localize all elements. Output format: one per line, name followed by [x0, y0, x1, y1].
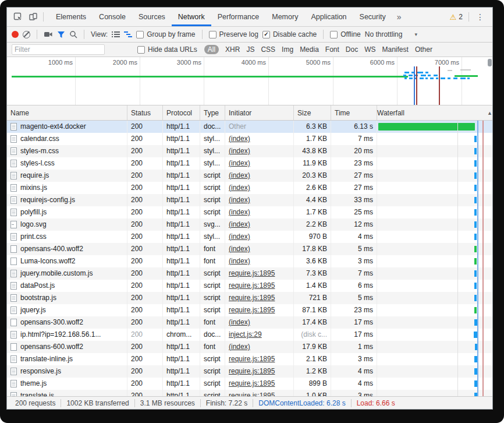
offline-checkbox[interactable]: Offline — [330, 30, 360, 38]
more-tabs-button[interactable]: » — [392, 12, 406, 22]
filter-type-all[interactable]: All — [204, 45, 219, 54]
table-row[interactable]: opensans-600.woff2200http/1.1font(index)… — [7, 341, 492, 353]
initiator-link[interactable]: (index) — [229, 257, 250, 265]
list-view-icon[interactable] — [112, 31, 120, 38]
initiator-link[interactable]: (index) — [229, 196, 250, 204]
filter-type-font[interactable]: Font — [325, 45, 339, 54]
column-header-protocol[interactable]: Protocol — [163, 105, 200, 120]
tab-memory[interactable]: Memory — [265, 8, 304, 26]
waterfall-bar — [474, 172, 477, 179]
initiator-link[interactable]: require.js:1895 — [229, 355, 275, 363]
table-row[interactable]: styles-m.css200http/1.1styl...(index)43.… — [7, 145, 492, 157]
initiator-link[interactable]: require.js:1895 — [229, 294, 275, 302]
table-row[interactable]: logo.svg200http/1.1svg...(index)2.2 KB12… — [7, 218, 492, 231]
table-row[interactable]: print.css200http/1.1styl...(index)970 B4… — [7, 231, 492, 243]
initiator-link[interactable]: require.js:1895 — [229, 306, 275, 314]
summary-item[interactable]: Load: 6.66 s — [351, 399, 400, 407]
tab-sources[interactable]: Sources — [132, 8, 172, 26]
initiator-link[interactable]: require.js:1895 — [229, 281, 275, 290]
column-header-time[interactable]: Time — [331, 105, 377, 120]
initiator-link[interactable]: (index) — [229, 171, 250, 179]
checkbox — [136, 31, 144, 38]
device-toolbar-icon[interactable] — [26, 10, 41, 24]
tab-application[interactable]: Application — [304, 8, 353, 26]
tab-performance[interactable]: Performance — [211, 8, 266, 26]
disable-cache-checkbox[interactable]: Disable cache — [262, 30, 317, 38]
tab-security[interactable]: Security — [353, 8, 392, 26]
table-row[interactable]: polyfill.js200http/1.1script(index)1.7 K… — [7, 206, 492, 218]
filter-type-img[interactable]: Img — [282, 45, 293, 54]
filter-type-doc[interactable]: Doc — [346, 45, 358, 54]
filter-input[interactable] — [12, 44, 105, 55]
initiator-link[interactable]: inject.js:29 — [229, 330, 262, 339]
column-header-name[interactable]: Name — [7, 105, 127, 120]
table-row[interactable]: opensans-300.woff2200http/1.1font(index)… — [7, 316, 492, 329]
capture-screenshots-icon[interactable] — [44, 31, 53, 38]
warnings-badge[interactable]: ⚠ 2 — [446, 13, 466, 22]
initiator-link[interactable]: (index) — [229, 232, 250, 241]
filter-type-css[interactable]: CSS — [261, 45, 275, 54]
initiator-link[interactable]: (index) — [229, 208, 250, 216]
cell-name: dataPost.js — [7, 280, 127, 292]
filter-type-xhr[interactable]: XHR — [225, 45, 240, 54]
initiator-link[interactable]: (index) — [229, 220, 250, 228]
clear-network-log-icon[interactable] — [23, 31, 30, 38]
tab-console[interactable]: Console — [93, 8, 132, 26]
initiator-link[interactable]: require.js:1895 — [229, 392, 275, 396]
initiator-link[interactable]: (index) — [229, 135, 250, 143]
column-header-waterfall[interactable]: Waterfall▲ — [377, 105, 492, 120]
group-by-frame-checkbox[interactable]: Group by frame — [136, 30, 195, 38]
scrollbar-thumb[interactable] — [488, 59, 492, 66]
initiator-link[interactable]: (index) — [229, 159, 250, 167]
filter-type-manifest[interactable]: Manifest — [382, 45, 409, 54]
filter-type-other[interactable]: Other — [415, 45, 432, 54]
table-row[interactable]: calendar.css200http/1.1styl...(index)1.7… — [7, 133, 492, 145]
table-row[interactable]: jquery.mobile.custom.js200http/1.1script… — [7, 267, 492, 280]
summary-item[interactable]: DOMContentLoaded: 6.28 s — [253, 399, 350, 407]
table-row[interactable]: opensans-400.woff2200http/1.1font(index)… — [7, 243, 492, 255]
table-row[interactable]: ip.html?ip=192.168.56.1...200chrom...doc… — [7, 329, 492, 341]
chevron-down-icon[interactable]: ▾ — [414, 31, 417, 37]
hide-data-urls-checkbox[interactable]: Hide data URLs — [137, 45, 197, 54]
table-row[interactable]: jquery.js200http/1.1scriptrequire.js:189… — [7, 304, 492, 316]
table-row[interactable]: styles-l.css200http/1.1styl...(index)11.… — [7, 157, 492, 170]
table-row[interactable]: responsive.js200http/1.1scriptrequire.js… — [7, 365, 492, 378]
initiator-link[interactable]: (index) — [229, 343, 250, 351]
file-doc-icon — [10, 147, 17, 155]
initiator-link[interactable]: require.js:1895 — [229, 379, 275, 387]
table-row[interactable]: requirejs-config.js200http/1.1script(ind… — [7, 194, 492, 206]
tab-network[interactable]: Network — [172, 8, 211, 26]
table-row[interactable]: bootstrap.js200http/1.1scriptrequire.js:… — [7, 292, 492, 304]
throttling-dropdown[interactable]: No throttling — [365, 30, 403, 38]
table-row[interactable]: translate-inline.js200http/1.1scriptrequ… — [7, 353, 492, 365]
initiator-link[interactable]: (index) — [229, 318, 250, 326]
table-row[interactable]: mixins.js200http/1.1script(index)2.6 KB2… — [7, 182, 492, 194]
filter-type-media[interactable]: Media — [300, 45, 319, 54]
initiator-link[interactable]: (index) — [229, 184, 250, 192]
filter-type-ws[interactable]: WS — [364, 45, 375, 54]
table-row[interactable]: require.js200http/1.1script(index)20.3 K… — [7, 170, 492, 182]
column-header-size[interactable]: Size — [294, 105, 331, 120]
initiator-link[interactable]: (index) — [229, 245, 250, 253]
filter-icon[interactable] — [57, 31, 65, 38]
initiator-link[interactable]: (index) — [229, 147, 250, 155]
preserve-log-checkbox[interactable]: Preserve log — [209, 30, 258, 38]
initiator-link[interactable]: require.js:1895 — [229, 269, 275, 277]
inspect-element-icon[interactable] — [10, 10, 26, 24]
show-overview-icon[interactable] — [124, 31, 132, 38]
column-header-status[interactable]: Status — [127, 105, 163, 120]
tab-elements[interactable]: Elements — [49, 8, 93, 26]
record-network-log-button[interactable] — [12, 31, 19, 38]
table-row[interactable]: Luma-Icons.woff2200http/1.1font(index)3.… — [7, 255, 492, 267]
devtools-menu-icon[interactable]: ⋮ — [471, 12, 489, 22]
search-icon[interactable] — [69, 30, 77, 38]
filter-type-js[interactable]: JS — [246, 45, 254, 54]
table-row[interactable]: magento-ext4.docker200http/1.1doc...Othe… — [7, 121, 492, 133]
table-row[interactable]: translate.js200http/1.1scriptrequire.js:… — [7, 390, 492, 396]
column-header-initiator[interactable]: Initiator — [225, 105, 294, 120]
initiator-link[interactable]: require.js:1895 — [229, 367, 275, 375]
network-overview-timeline[interactable]: 1000 ms2000 ms3000 ms4000 ms5000 ms6000 … — [7, 57, 492, 105]
table-row[interactable]: dataPost.js200http/1.1scriptrequire.js:1… — [7, 280, 492, 292]
column-header-type[interactable]: Type — [200, 105, 225, 120]
table-row[interactable]: theme.js200http/1.1scriptrequire.js:1895… — [7, 378, 492, 390]
